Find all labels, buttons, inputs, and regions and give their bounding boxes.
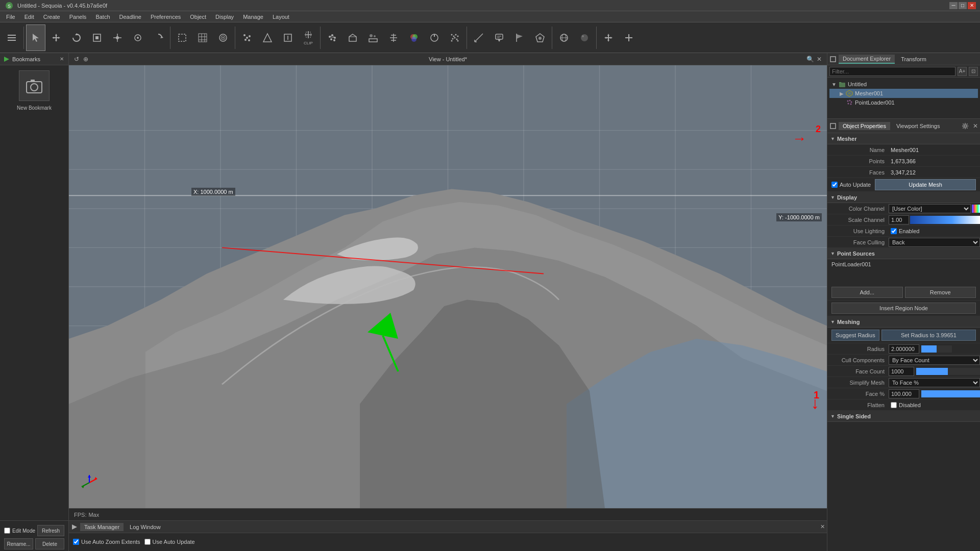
face-culling-select[interactable]: Back (889, 238, 980, 247)
point-sources-section-header[interactable]: ▼ Point Sources (827, 248, 980, 259)
menu-layout[interactable]: Layout (268, 13, 293, 21)
normal-btn[interactable] (425, 24, 444, 51)
color-channel-select[interactable]: [User Color] (889, 204, 971, 213)
measure-btn[interactable] (469, 24, 488, 51)
radius-slider[interactable] (921, 345, 952, 353)
menu-batch[interactable]: Batch (91, 13, 114, 21)
simplify-mesh-select[interactable]: To Face % (889, 378, 980, 387)
viewport-refresh-btn[interactable]: ↺ (72, 55, 81, 64)
use-lighting-value: Enabled (899, 228, 919, 234)
bounds-tool-btn[interactable] (173, 24, 192, 51)
scatter-tool-btn[interactable] (237, 24, 257, 51)
annotation-btn[interactable] (489, 24, 509, 51)
point-source-item[interactable]: PointLoader001 (827, 259, 980, 269)
add-source-button[interactable]: Add... (831, 287, 903, 298)
svg-point-55 (457, 35, 459, 37)
intensity-btn[interactable] (384, 24, 403, 51)
auto-update-checkbox[interactable] (144, 539, 151, 545)
props-close-btn[interactable]: ✕ (973, 122, 978, 130)
bookmarks-close-btn[interactable]: ✕ (58, 56, 65, 63)
toolbar-collapse-btn[interactable] (2, 24, 21, 51)
use-lighting-checkbox[interactable] (891, 228, 897, 234)
flatten-checkbox[interactable] (891, 402, 897, 408)
select-tool-btn[interactable] (26, 24, 45, 51)
clip-tool-btn[interactable]: CLIP (299, 24, 318, 51)
menu-manage[interactable]: Manage (239, 13, 267, 21)
menu-edit[interactable]: Edit (20, 13, 38, 21)
single-sided-section-header[interactable]: ▼ Single Sided (827, 411, 980, 422)
maximize-button[interactable]: □ (959, 2, 967, 9)
transform-tab[interactable]: Transform (897, 55, 930, 63)
viewport[interactable]: X: 1000.0000 m Y: -1000.0000 m ↓ 1 → 2 (69, 65, 827, 508)
doc-explorer-tab[interactable]: Document Explorer (839, 55, 895, 64)
tree-pointloader[interactable]: PointLoader001 (829, 98, 978, 107)
menu-preferences[interactable]: Preferences (146, 13, 185, 21)
viewport-settings-tab[interactable]: Viewport Settings (892, 122, 944, 130)
transform-tool-btn[interactable] (108, 24, 127, 51)
delete-button[interactable]: Delete (35, 538, 64, 549)
menu-panels[interactable]: Panels (65, 13, 91, 21)
filter-btn-2[interactable]: ⊡ (969, 67, 978, 76)
minimize-button[interactable]: ─ (949, 2, 958, 9)
menu-deadline[interactable]: Deadline (115, 13, 145, 21)
suggest-radius-button[interactable]: Suggest Radius (831, 330, 879, 341)
log-window-tab[interactable]: Log Window (126, 523, 165, 531)
snap-tool-btn[interactable] (128, 24, 148, 51)
classify2-btn[interactable] (343, 24, 362, 51)
target-tool-btn[interactable] (213, 24, 233, 51)
view-filter-btn[interactable] (530, 24, 550, 51)
density-btn[interactable] (445, 24, 464, 51)
points-filter-btn[interactable] (323, 24, 342, 51)
menu-create[interactable]: Create (39, 13, 64, 21)
filter-btn-1[interactable]: A+ (958, 67, 967, 76)
task-manager-tab[interactable]: Task Manager (80, 523, 124, 531)
face-count-slider[interactable] (916, 368, 980, 375)
viewport-zoom-btn[interactable]: 🔍 (805, 55, 815, 64)
rename-button[interactable]: Rename... (4, 538, 33, 549)
auto-zoom-checkbox[interactable] (73, 539, 79, 545)
mesher-section-header[interactable]: ▼ Mesher (827, 133, 980, 144)
face-percent-slider[interactable] (921, 390, 980, 397)
refresh-button[interactable]: Refresh (37, 525, 64, 536)
grid-tool-btn[interactable] (193, 24, 212, 51)
flag-btn[interactable] (510, 24, 529, 51)
update-mesh-button[interactable]: Update Mesh (875, 179, 976, 190)
sphere-btn[interactable] (575, 24, 594, 51)
insert-region-button[interactable]: Insert Region Node (831, 303, 976, 314)
radius-input[interactable] (889, 344, 919, 354)
globe-btn[interactable] (554, 24, 574, 51)
viewport-center-btn[interactable]: ⊕ (81, 55, 90, 64)
face-count-input[interactable] (889, 367, 914, 376)
move-tool-btn[interactable] (46, 24, 66, 51)
set-radius-button[interactable]: Set Radius to 3.99651 (881, 330, 976, 341)
extract2-btn[interactable] (363, 24, 383, 51)
gear-icon[interactable] (962, 122, 969, 130)
display-section-header[interactable]: ▼ Display (827, 192, 980, 203)
object-properties-tab[interactable]: Object Properties (839, 122, 890, 130)
remove-source-button[interactable]: Remove (905, 287, 976, 298)
move2-btn[interactable] (599, 24, 618, 51)
tree-root[interactable]: ▼ Untitled (829, 80, 978, 89)
rgb-btn[interactable] (404, 24, 424, 51)
tree-mesher[interactable]: ▶ Mesher001 (829, 89, 978, 98)
menu-file[interactable]: File (2, 13, 19, 21)
rotate-tool-btn[interactable] (67, 24, 86, 51)
extract-tool-btn[interactable] (278, 24, 298, 51)
edit-mode-checkbox[interactable] (4, 528, 10, 534)
menu-display[interactable]: Display (211, 13, 238, 21)
plus-btn[interactable] (619, 24, 639, 51)
menu-object[interactable]: Object (186, 13, 210, 21)
scale-tool-btn[interactable] (87, 24, 107, 51)
new-bookmark-icon[interactable] (19, 70, 50, 101)
face-percent-input[interactable] (889, 389, 919, 398)
close-button[interactable]: ✕ (968, 2, 976, 9)
auto-update-checkbox-props[interactable] (831, 182, 838, 188)
viewport-close-btn[interactable]: ✕ (815, 55, 824, 64)
scale-channel-input[interactable] (889, 215, 909, 224)
meshing-section-header[interactable]: ▼ Meshing (827, 316, 980, 328)
filter-input[interactable] (829, 67, 955, 76)
refresh-tool-btn[interactable] (149, 24, 168, 51)
cull-components-select[interactable]: By Face Count (889, 356, 980, 365)
classify-tool-btn[interactable] (258, 24, 277, 51)
task-close-btn[interactable]: ✕ (820, 523, 825, 530)
